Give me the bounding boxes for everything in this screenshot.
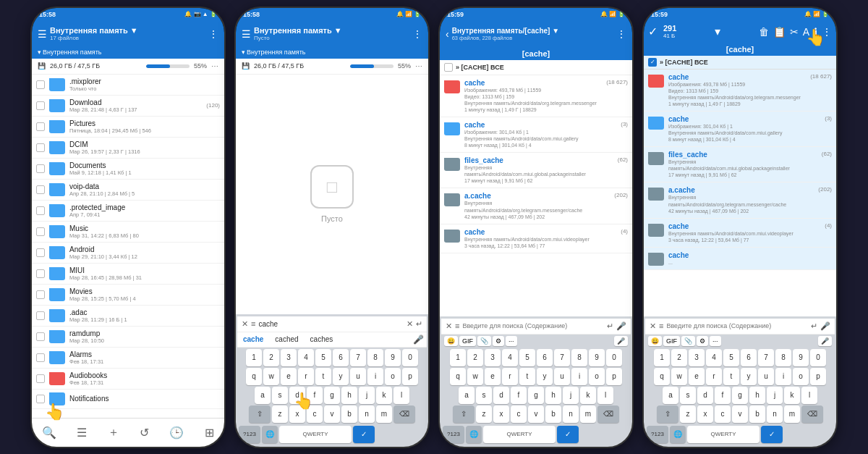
list-item[interactable]: Alarms Фев 18, 17:31: [32, 348, 224, 369]
kb-key[interactable]: y: [537, 368, 553, 385]
copy-icon[interactable]: 📋: [773, 26, 786, 38]
checkbox[interactable]: [36, 101, 45, 110]
clear-icon[interactable]: ✕: [407, 319, 413, 329]
kb-key[interactable]: 1: [246, 349, 262, 366]
select-all-row-4[interactable]: ✓ » [CACHE] ВСЕ: [644, 56, 836, 70]
search-input-4[interactable]: [666, 322, 808, 329]
kb-key[interactable]: v: [528, 405, 544, 423]
cache-item[interactable]: cache Изображения: 301,04 Кб | 1Внутренн…: [644, 112, 836, 147]
emoji-btn[interactable]: GIF: [459, 336, 476, 346]
list-item[interactable]: Notifications: [32, 390, 224, 409]
kb-key[interactable]: 9: [589, 349, 605, 366]
list-item[interactable]: Music Мар 31, 14:22 | 6,83 Мб | 80: [32, 222, 224, 243]
kb-key[interactable]: a: [459, 387, 475, 404]
kb-key[interactable]: e: [281, 368, 297, 385]
menu-search-icon-3[interactable]: ≡: [455, 321, 459, 330]
cache-item[interactable]: cache Изображения: 493,78 Мб | 11559Виде…: [644, 70, 836, 112]
kb-key[interactable]: c: [307, 405, 323, 423]
kb-key[interactable]: g: [732, 387, 748, 404]
kb-key[interactable]: a: [663, 387, 678, 404]
kb-key[interactable]: j: [359, 387, 375, 404]
list-item[interactable]: voip-data Апр 28, 21:10 | 2,84 Мб | 5: [32, 180, 224, 201]
enter-key[interactable]: ✓: [353, 426, 375, 443]
rename-icon[interactable]: A: [803, 26, 809, 38]
backspace-key-3[interactable]: ⌫: [597, 405, 619, 423]
cache-item[interactable]: a.cache Внутренняя память/Android/data/o…: [644, 182, 836, 218]
kb-key[interactable]: z: [680, 405, 696, 423]
select-all-checkbox-3[interactable]: [444, 63, 453, 72]
info-icon[interactable]: ℹ: [814, 26, 817, 38]
globe-key-3[interactable]: 🌐: [466, 426, 482, 443]
cache-item[interactable]: cache Внутренняя память/Android/data/com…: [440, 224, 632, 253]
checkbox[interactable]: [36, 374, 45, 383]
checkbox[interactable]: [36, 227, 45, 236]
kb-key[interactable]: p: [402, 368, 418, 385]
emoji-btn[interactable]: 📎: [681, 336, 695, 346]
select-all-row-3[interactable]: » [CACHE] ВСЕ: [440, 60, 632, 75]
cut-icon[interactable]: ✂: [790, 26, 799, 38]
kb-key[interactable]: g: [324, 387, 340, 404]
cache-item[interactable]: a.cache Внутренняя память/Android/data/o…: [440, 188, 632, 224]
emoji-btn[interactable]: ···: [710, 336, 721, 346]
kb-key[interactable]: c: [715, 405, 731, 423]
kb-key[interactable]: 1: [450, 349, 466, 366]
kb-key[interactable]: z: [272, 405, 288, 423]
kb-key[interactable]: k: [376, 387, 392, 404]
mic-icon-4[interactable]: 🎤: [820, 321, 830, 331]
suggestion-caches[interactable]: caches: [307, 335, 336, 344]
kb-key[interactable]: b: [749, 405, 765, 423]
kb-key[interactable]: 0: [810, 349, 826, 366]
kb-key[interactable]: s: [680, 387, 696, 404]
kb-key[interactable]: t: [519, 368, 535, 385]
kb-key[interactable]: d: [289, 387, 305, 404]
kb-key[interactable]: 3: [689, 349, 705, 366]
list-item[interactable]: MIUI Мар 28, 16:45 | 28,98 Мб | 31: [32, 264, 224, 285]
kb-key[interactable]: r: [502, 368, 518, 385]
kb-key[interactable]: 2: [671, 349, 687, 366]
kb-key[interactable]: 5: [723, 349, 739, 366]
kb-key[interactable]: x: [493, 405, 509, 423]
kb-key[interactable]: y: [741, 368, 757, 385]
list-nav-icon[interactable]: ☰: [71, 424, 93, 441]
kb-key[interactable]: o: [793, 368, 809, 385]
list-item[interactable]: Audiobooks Фев 18, 17:31: [32, 369, 224, 390]
kb-key[interactable]: u: [554, 368, 570, 385]
list-item[interactable]: Documents Май 9, 12:18 | 1,41 Кб | 1: [32, 159, 224, 180]
kb-key[interactable]: 6: [741, 349, 757, 366]
kb-key[interactable]: c: [511, 405, 527, 423]
kb-key[interactable]: 4: [706, 349, 722, 366]
kb-key[interactable]: t: [723, 368, 739, 385]
kb-key[interactable]: a: [255, 387, 271, 404]
menu-icon-2[interactable]: ☰: [242, 28, 251, 40]
kb-key[interactable]: 8: [775, 349, 791, 366]
num-key[interactable]: ?123: [239, 426, 260, 443]
checkbox[interactable]: [36, 143, 45, 152]
enter-key-4[interactable]: ✓: [761, 426, 783, 443]
num-key-3[interactable]: ?123: [443, 426, 464, 443]
mic-emoji-btn-4[interactable]: 🎤: [818, 336, 832, 346]
cache-item[interactable]: cache Внутренняя память/Android/data/com…: [644, 219, 836, 248]
kb-key[interactable]: o: [385, 368, 401, 385]
storage-more-2[interactable]: ⋯: [415, 62, 422, 70]
mic-emoji-btn[interactable]: 🎤: [614, 336, 628, 346]
kb-key[interactable]: n: [563, 405, 579, 423]
kb-key[interactable]: 0: [402, 349, 418, 366]
kb-key[interactable]: h: [749, 387, 765, 404]
kb-key[interactable]: i: [571, 368, 587, 385]
space-key[interactable]: QWERTY: [279, 426, 352, 443]
kb-key[interactable]: 4: [502, 349, 518, 366]
add-nav-icon[interactable]: ＋: [102, 424, 125, 442]
list-item[interactable]: Movies Мар 28, 15:25 | 5,70 Мб | 4: [32, 285, 224, 306]
checkbox[interactable]: [36, 206, 45, 215]
shift-key-4[interactable]: ⇧: [657, 405, 678, 423]
kb-key[interactable]: u: [350, 368, 366, 385]
kb-key[interactable]: h: [545, 387, 561, 404]
more-icon-4[interactable]: ⋮: [822, 26, 832, 38]
kb-key[interactable]: 4: [298, 349, 314, 366]
kb-key[interactable]: l: [597, 387, 613, 404]
select-all-checkbox-4[interactable]: ✓: [648, 58, 657, 67]
kb-key[interactable]: w: [263, 368, 279, 385]
kb-key[interactable]: r: [706, 368, 722, 385]
suggestion-cached[interactable]: cached: [272, 335, 301, 344]
cache-item[interactable]: files_cache Внутренняя память/Android/da…: [440, 153, 632, 188]
